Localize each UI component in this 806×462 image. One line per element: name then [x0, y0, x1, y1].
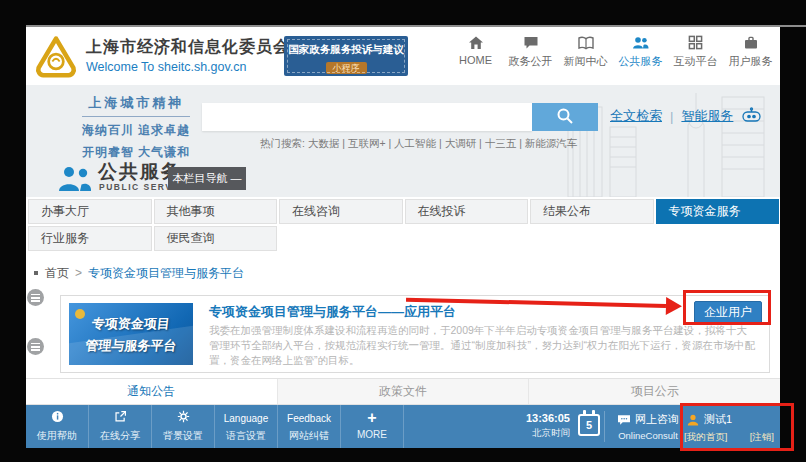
search-input[interactable]	[202, 103, 532, 131]
robot-icon	[741, 107, 762, 125]
breadcrumb: 首页>专项资金项目管理与服务平台	[34, 265, 244, 282]
language-settings-button[interactable]: Language 语言设置	[215, 405, 278, 448]
gear-icon	[152, 410, 214, 427]
language-label: Language	[215, 410, 277, 427]
service-menu: 办事大厅 其他事项 在线咨询 在线投诉 结果公布 专项资金服务 行业服务 便民查…	[28, 199, 780, 253]
timezone-label: 北京时间	[496, 427, 570, 440]
city-spirit-block: 上海城市精神 海纳百川 追求卓越 开明睿智 大气谦和	[82, 94, 190, 161]
nav-item-public-service[interactable]: 公共服务	[613, 35, 668, 69]
site-title: 上海市经济和信息化委员会	[86, 37, 290, 58]
side-menu-dot-1[interactable]	[27, 289, 44, 306]
gov-complaint-badge[interactable]: 国家政务服务投诉与建议 小程序	[284, 36, 408, 76]
nav-item-news-center[interactable]: 新闻中心	[558, 35, 613, 69]
breadcrumb-bullet	[34, 271, 38, 275]
platform-description: 我委在加强管理制度体系建设和流程再造的同时，于2009年下半年启动专项资金项目管…	[209, 323, 757, 368]
hero-band: 上海城市精神 海纳百川 追求卓越 开明睿智 大气谦和 全文检索 | 智能服务 热…	[26, 85, 780, 197]
consult-label-cn: 网上咨询	[635, 412, 679, 427]
banner-line1: 专项资金项目	[69, 315, 193, 333]
nav-item-interactive-platform[interactable]: 互动平台	[668, 35, 723, 69]
bottom-toolbar: 使用帮助 在线分享 背景设置 Language 语言设置 Feedback 网站…	[26, 405, 780, 448]
tab-policy-documents[interactable]: 政策文件	[277, 379, 529, 404]
site-url: Welcome To sheitc.sh.gov.cn	[86, 60, 247, 74]
search-button[interactable]	[532, 103, 598, 131]
search-icon	[556, 107, 574, 125]
browser-page: 上海市经济和信息化委员会 Welcome To sheitc.sh.gov.cn…	[26, 27, 780, 448]
quick-links: 全文检索 | 智能服务	[610, 107, 762, 125]
nav-item-home[interactable]: HOME	[448, 35, 503, 69]
logout-link[interactable]: [注销]	[750, 431, 774, 444]
toolbar-left-group: 使用帮助 在线分享 背景设置 Language 语言设置 Feedback 网站…	[26, 405, 404, 448]
logged-in-user-block: 测试1 [我的首页] [注销]	[682, 412, 776, 444]
grid-icon	[668, 35, 723, 52]
current-time: 13:36:05	[496, 412, 570, 424]
screenshot-canvas: 上海市经济和信息化委员会 Welcome To sheitc.sh.gov.cn…	[0, 0, 806, 462]
calendar-icon[interactable]: 5	[578, 414, 600, 436]
breadcrumb-current[interactable]: 专项资金项目管理与服务平台	[88, 266, 244, 280]
speech-bubble-icon	[503, 35, 558, 52]
menu-tab-special-funds[interactable]: 专项资金服务	[656, 199, 780, 224]
plus-icon: +	[341, 410, 403, 427]
menu-tab-service-hall[interactable]: 办事大厅	[28, 199, 152, 224]
feedback-button[interactable]: Feedback 网站纠错	[278, 405, 341, 448]
menu-tab-results[interactable]: 结果公布	[530, 199, 654, 224]
top-navigation: HOME 政务公开 新闻中心 公共服务 互动平台 用户服务	[448, 35, 778, 69]
more-button[interactable]: + MORE	[341, 405, 404, 448]
breadcrumb-home[interactable]: 首页	[45, 266, 69, 280]
toolbar-divider	[604, 411, 605, 442]
tab-notices[interactable]: 通知公告	[26, 379, 277, 404]
online-consult-button[interactable]: 网上咨询 OnlineConsult	[612, 412, 684, 441]
fulltext-search-link[interactable]: 全文检索	[610, 107, 662, 125]
user-name[interactable]: 测试1	[704, 412, 732, 427]
breadcrumb-separator: >	[75, 266, 82, 280]
briefcase-icon	[723, 35, 778, 52]
nav-item-user-service[interactable]: 用户服务	[723, 35, 778, 69]
banner-line2: 管理与服务平台	[69, 337, 193, 355]
public-service-people-icon	[56, 165, 94, 193]
hamburger-icon	[31, 343, 40, 351]
hamburger-icon	[31, 294, 40, 302]
enterprise-user-button[interactable]: 企业用户	[694, 301, 762, 324]
tab-project-publicity[interactable]: 项目公示	[528, 379, 780, 404]
nav-item-gov-affairs[interactable]: 政务公开	[503, 35, 558, 69]
calendar-day: 5	[586, 419, 592, 431]
notice-tab-bar: 通知公告 政策文件 项目公示	[26, 378, 780, 405]
site-logo-icon	[34, 34, 78, 78]
home-icon	[448, 35, 503, 52]
platform-title-link[interactable]: 专项资金项目管理与服务平台——应用平台	[209, 303, 456, 321]
menu-row-1: 办事大厅 其他事项 在线咨询 在线投诉 结果公布 专项资金服务	[28, 199, 780, 224]
link-separator: |	[670, 109, 673, 124]
platform-banner-image[interactable]: 专项资金项目 管理与服务平台	[69, 303, 193, 365]
people-icon	[613, 35, 668, 52]
smart-service-link[interactable]: 智能服务	[681, 107, 733, 125]
clock-block: 13:36:05 北京时间	[496, 412, 570, 440]
background-settings-button[interactable]: 背景设置	[152, 405, 215, 448]
help-button[interactable]: 使用帮助	[26, 405, 89, 448]
chat-bubble-icon	[617, 414, 631, 426]
news-book-icon	[558, 35, 613, 52]
share-icon	[89, 410, 151, 427]
badge-title: 国家政务服务投诉与建议	[284, 43, 408, 57]
hot-search-line[interactable]: 热门搜索: 大数据 | 互联网+ | 人工智能 | 大调研 | 十三五 | 新能…	[260, 137, 577, 151]
my-homepage-link[interactable]: [我的首页]	[684, 431, 727, 444]
city-spirit-title: 上海城市精神	[82, 94, 190, 117]
info-icon	[26, 410, 88, 427]
menu-tab-online-consult[interactable]: 在线咨询	[279, 199, 403, 224]
share-button[interactable]: 在线分享	[89, 405, 152, 448]
badge-miniprogram-label: 小程序	[326, 62, 367, 74]
user-icon	[687, 414, 699, 426]
feedback-label: Feedback	[278, 410, 340, 427]
menu-tab-industry-service[interactable]: 行业服务	[28, 226, 152, 251]
platform-panel: 专项资金项目 管理与服务平台 专项资金项目管理与服务平台——应用平台 我委在加强…	[60, 295, 770, 373]
menu-tab-other-matters[interactable]: 其他事项	[154, 199, 278, 224]
menu-tab-convenience-query[interactable]: 便民查询	[154, 226, 278, 251]
column-nav-toggle-button[interactable]: 本栏目导航 —	[168, 167, 246, 190]
menu-row-2: 行业服务 便民查询	[28, 226, 780, 251]
side-menu-dot-2[interactable]	[27, 338, 44, 355]
consult-label-en: OnlineConsult	[612, 430, 684, 441]
city-spirit-line1: 海纳百川 追求卓越	[82, 122, 190, 139]
menu-tab-online-complaint[interactable]: 在线投诉	[405, 199, 529, 224]
